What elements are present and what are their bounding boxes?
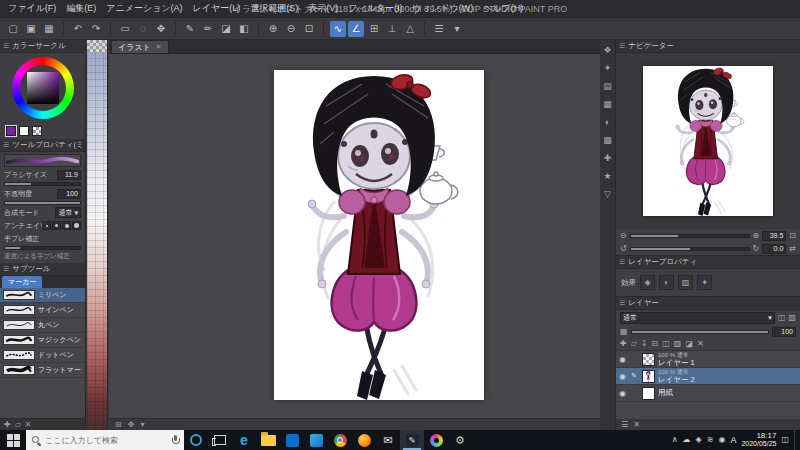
layer-clip-icon[interactable]: ▨	[788, 314, 796, 322]
delete-subtool-icon[interactable]: ✕	[25, 420, 32, 429]
panel-menu-icon[interactable]: ☰	[619, 299, 625, 307]
eraser-icon[interactable]: ◪	[685, 340, 693, 348]
curve-correction-icon[interactable]: ∿	[330, 21, 346, 37]
opacity-slider[interactable]	[4, 201, 81, 205]
tab-close-icon[interactable]: ✕	[156, 43, 162, 51]
settings-button[interactable]: ⚙	[448, 430, 472, 450]
zoom-in-icon[interactable]: ⊕	[753, 232, 760, 240]
rect-select-icon[interactable]: ▭	[117, 21, 133, 37]
menu-animation[interactable]: アニメーション(A)	[106, 2, 182, 15]
subtool-item[interactable]: マジックペン	[0, 333, 85, 348]
blend-mode-dropdown[interactable]: 通常 ▾	[55, 207, 81, 218]
mail-button[interactable]: ✉	[376, 430, 400, 450]
layer-blend-mode-dropdown[interactable]: 通常 ▾	[620, 312, 775, 324]
sub-color-swatch[interactable]	[19, 126, 29, 136]
dock-tab-icon[interactable]: ▤	[603, 82, 612, 91]
panel-menu-icon[interactable]: ☰	[619, 258, 625, 266]
eraser-tool-icon[interactable]: ◪	[218, 21, 234, 37]
eye-icon[interactable]: ◉	[619, 372, 628, 381]
redo-icon[interactable]: ↷	[88, 21, 104, 37]
menu-filter[interactable]: フィルター(I)	[348, 2, 402, 15]
merge-layer-icon[interactable]: ⊟	[652, 340, 659, 348]
taskbar-search[interactable]	[26, 430, 184, 450]
drawing-canvas[interactable]	[274, 70, 484, 400]
navigator-zoom-slider[interactable]	[630, 234, 750, 238]
lasso-select-icon[interactable]: ◌	[135, 21, 151, 37]
angle-snap-icon[interactable]: ∠	[348, 21, 364, 37]
subtool-group-tab-marker[interactable]: マーカー	[2, 276, 42, 288]
new-layer-icon[interactable]: ✚	[620, 340, 627, 348]
panel-menu-icon[interactable]: ☰	[3, 141, 9, 149]
status-more-icon[interactable]: ▾	[140, 420, 144, 429]
photos-button[interactable]	[304, 430, 328, 450]
layer-thumbnail[interactable]	[642, 353, 655, 366]
layer-row-selected[interactable]: ◉ ✎ 100 % 通常 レイヤー 2	[616, 368, 800, 385]
tray-expand-icon[interactable]: ∧	[672, 436, 678, 444]
menu-window[interactable]: ウィンドウ(W)	[413, 2, 474, 15]
status-move-icon[interactable]: ✥	[128, 420, 135, 429]
grid-icon[interactable]: ⊞	[366, 21, 382, 37]
layer-settings-icon[interactable]: ☰	[621, 421, 628, 429]
network-icon[interactable]: ≋	[707, 436, 714, 444]
subtool-folder-icon[interactable]: ▱	[15, 420, 21, 429]
search-input[interactable]	[45, 436, 167, 445]
task-view-button[interactable]	[208, 430, 232, 450]
dock-tab-icon[interactable]: ✦	[604, 64, 612, 73]
volume-icon[interactable]: ◉	[718, 436, 725, 444]
fit-view-icon[interactable]: ⊡	[301, 21, 317, 37]
layer-name[interactable]: 用紙	[658, 389, 673, 397]
undo-icon[interactable]: ↶	[70, 21, 86, 37]
dock-tab-icon[interactable]: ◐	[605, 118, 610, 127]
opacity-value[interactable]: 100	[57, 189, 81, 199]
layer-mask-icon[interactable]: ◫	[662, 340, 670, 348]
status-grid-icon[interactable]: ⊞	[115, 420, 122, 429]
transparent-color-swatch[interactable]	[32, 126, 42, 136]
menu-file[interactable]: ファイル(F)	[8, 2, 56, 15]
file-explorer-button[interactable]	[256, 430, 280, 450]
microphone-icon[interactable]	[171, 434, 179, 446]
panel-menu-icon[interactable]: ☰	[3, 265, 9, 273]
flip-horizontal-icon[interactable]: ⇄	[789, 245, 796, 253]
store-button[interactable]	[280, 430, 304, 450]
move-tool-icon[interactable]: ✥	[153, 21, 169, 37]
layer-trash-icon[interactable]: ✕	[633, 421, 640, 429]
panel-menu-icon[interactable]: ☰	[619, 42, 625, 50]
layer-row[interactable]: ◉ 用紙	[616, 385, 800, 402]
paper-layer-thumbnail[interactable]	[642, 387, 655, 400]
ime-indicator[interactable]: A	[730, 435, 736, 445]
dock-tab-icon[interactable]: ★	[603, 172, 611, 181]
fit-view-icon[interactable]: ⊡	[789, 232, 796, 240]
panel-menu-icon[interactable]: ☰	[3, 42, 9, 50]
security-icon[interactable]: ◈	[696, 436, 702, 444]
brush-tool-icon[interactable]: ✏	[200, 21, 216, 37]
layer-name[interactable]: レイヤー 1	[658, 359, 695, 367]
dock-tab-icon[interactable]: ▩	[603, 136, 612, 145]
navigator-zoom-value[interactable]: 39.5	[762, 231, 786, 241]
dock-tab-icon[interactable]: ▽	[604, 190, 611, 199]
zoom-out-icon[interactable]: ⊖	[283, 21, 299, 37]
fill-tool-icon[interactable]: ◧	[236, 21, 252, 37]
subtool-item[interactable]: 丸ペン	[0, 318, 85, 333]
menu-selection[interactable]: 選択範囲(S)	[250, 2, 298, 15]
taskbar-clock[interactable]: 18:17 2020/05/25	[741, 432, 776, 448]
navigator-rotate-value[interactable]: 0.0	[762, 244, 786, 254]
layer-name[interactable]: レイヤー 2	[658, 376, 695, 384]
cloud-icon[interactable]: ☁	[683, 436, 691, 444]
ruler-icon[interactable]: △	[402, 21, 418, 37]
cortana-button[interactable]	[184, 430, 208, 450]
border-effect-icon[interactable]: ◈	[640, 275, 655, 290]
new-file-icon[interactable]: ▢	[5, 21, 21, 37]
dock-tab-icon[interactable]: ▦	[603, 100, 612, 109]
main-color-swatch[interactable]	[6, 126, 16, 136]
subtool-item[interactable]: ドットペン	[0, 348, 85, 363]
add-subtool-icon[interactable]: ✚	[4, 420, 11, 429]
navigator-rotate-slider[interactable]	[630, 247, 750, 251]
new-folder-icon[interactable]: ▱	[631, 340, 637, 348]
eye-icon[interactable]: ◉	[619, 355, 628, 364]
zoom-in-icon[interactable]: ⊕	[265, 21, 281, 37]
delete-layer-icon[interactable]: ✕	[697, 340, 704, 348]
subtool-item[interactable]: ミリペン	[0, 288, 85, 303]
clip-studio-paint-button[interactable]: ✎	[400, 430, 424, 450]
color-wheel[interactable]	[12, 57, 74, 119]
zoom-out-icon[interactable]: ⊖	[620, 232, 627, 240]
